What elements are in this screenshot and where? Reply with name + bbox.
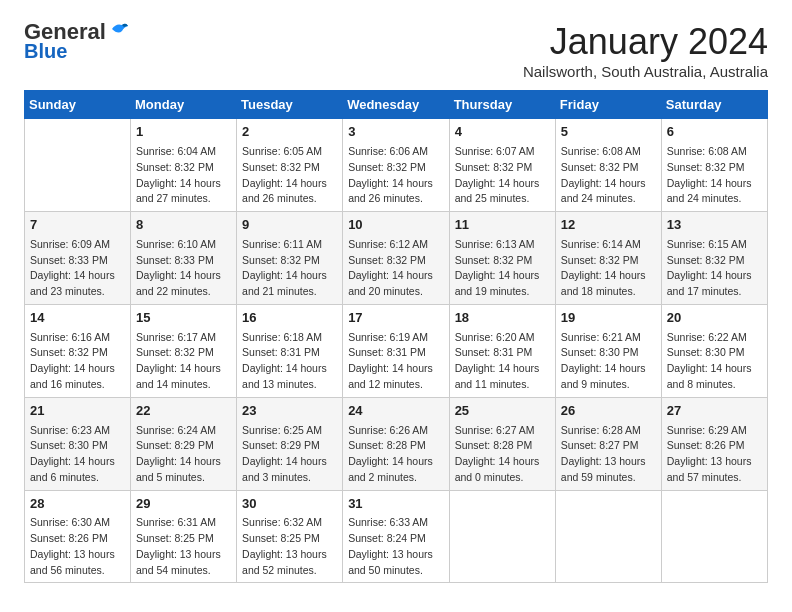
day-number: 2 xyxy=(242,123,337,142)
day-number: 5 xyxy=(561,123,656,142)
day-number: 9 xyxy=(242,216,337,235)
logo-bird-icon xyxy=(108,21,130,39)
calendar-cell xyxy=(661,490,767,583)
calendar-cell: 6Sunrise: 6:08 AM Sunset: 8:32 PM Daylig… xyxy=(661,119,767,212)
day-info: Sunrise: 6:18 AM Sunset: 8:31 PM Dayligh… xyxy=(242,330,337,393)
calendar-week-row: 28Sunrise: 6:30 AM Sunset: 8:26 PM Dayli… xyxy=(25,490,768,583)
calendar-cell xyxy=(555,490,661,583)
day-number: 23 xyxy=(242,402,337,421)
day-info: Sunrise: 6:12 AM Sunset: 8:32 PM Dayligh… xyxy=(348,237,443,300)
day-info: Sunrise: 6:19 AM Sunset: 8:31 PM Dayligh… xyxy=(348,330,443,393)
calendar-cell: 4Sunrise: 6:07 AM Sunset: 8:32 PM Daylig… xyxy=(449,119,555,212)
day-number: 31 xyxy=(348,495,443,514)
day-number: 22 xyxy=(136,402,231,421)
day-number: 4 xyxy=(455,123,550,142)
calendar-cell: 8Sunrise: 6:10 AM Sunset: 8:33 PM Daylig… xyxy=(131,212,237,305)
calendar-cell: 9Sunrise: 6:11 AM Sunset: 8:32 PM Daylig… xyxy=(237,212,343,305)
col-header-sunday: Sunday xyxy=(25,91,131,119)
calendar-cell: 23Sunrise: 6:25 AM Sunset: 8:29 PM Dayli… xyxy=(237,397,343,490)
day-info: Sunrise: 6:13 AM Sunset: 8:32 PM Dayligh… xyxy=(455,237,550,300)
day-number: 13 xyxy=(667,216,762,235)
col-header-thursday: Thursday xyxy=(449,91,555,119)
day-info: Sunrise: 6:21 AM Sunset: 8:30 PM Dayligh… xyxy=(561,330,656,393)
day-info: Sunrise: 6:09 AM Sunset: 8:33 PM Dayligh… xyxy=(30,237,125,300)
col-header-saturday: Saturday xyxy=(661,91,767,119)
calendar-week-row: 1Sunrise: 6:04 AM Sunset: 8:32 PM Daylig… xyxy=(25,119,768,212)
calendar-cell: 14Sunrise: 6:16 AM Sunset: 8:32 PM Dayli… xyxy=(25,304,131,397)
calendar-cell: 18Sunrise: 6:20 AM Sunset: 8:31 PM Dayli… xyxy=(449,304,555,397)
day-number: 20 xyxy=(667,309,762,328)
day-info: Sunrise: 6:22 AM Sunset: 8:30 PM Dayligh… xyxy=(667,330,762,393)
calendar-week-row: 7Sunrise: 6:09 AM Sunset: 8:33 PM Daylig… xyxy=(25,212,768,305)
day-number: 11 xyxy=(455,216,550,235)
day-info: Sunrise: 6:17 AM Sunset: 8:32 PM Dayligh… xyxy=(136,330,231,393)
day-info: Sunrise: 6:08 AM Sunset: 8:32 PM Dayligh… xyxy=(561,144,656,207)
day-info: Sunrise: 6:30 AM Sunset: 8:26 PM Dayligh… xyxy=(30,515,125,578)
day-number: 21 xyxy=(30,402,125,421)
day-number: 29 xyxy=(136,495,231,514)
day-info: Sunrise: 6:16 AM Sunset: 8:32 PM Dayligh… xyxy=(30,330,125,393)
calendar-cell: 22Sunrise: 6:24 AM Sunset: 8:29 PM Dayli… xyxy=(131,397,237,490)
calendar-title: January 2024 xyxy=(523,20,768,63)
day-info: Sunrise: 6:06 AM Sunset: 8:32 PM Dayligh… xyxy=(348,144,443,207)
day-number: 26 xyxy=(561,402,656,421)
calendar-cell: 1Sunrise: 6:04 AM Sunset: 8:32 PM Daylig… xyxy=(131,119,237,212)
calendar-cell: 26Sunrise: 6:28 AM Sunset: 8:27 PM Dayli… xyxy=(555,397,661,490)
calendar-cell: 16Sunrise: 6:18 AM Sunset: 8:31 PM Dayli… xyxy=(237,304,343,397)
day-number: 8 xyxy=(136,216,231,235)
col-header-monday: Monday xyxy=(131,91,237,119)
day-number: 10 xyxy=(348,216,443,235)
day-info: Sunrise: 6:33 AM Sunset: 8:24 PM Dayligh… xyxy=(348,515,443,578)
day-info: Sunrise: 6:04 AM Sunset: 8:32 PM Dayligh… xyxy=(136,144,231,207)
calendar-table: SundayMondayTuesdayWednesdayThursdayFrid… xyxy=(24,90,768,583)
day-number: 14 xyxy=(30,309,125,328)
col-header-wednesday: Wednesday xyxy=(343,91,449,119)
day-info: Sunrise: 6:23 AM Sunset: 8:30 PM Dayligh… xyxy=(30,423,125,486)
day-number: 25 xyxy=(455,402,550,421)
day-info: Sunrise: 6:15 AM Sunset: 8:32 PM Dayligh… xyxy=(667,237,762,300)
day-info: Sunrise: 6:29 AM Sunset: 8:26 PM Dayligh… xyxy=(667,423,762,486)
calendar-cell: 27Sunrise: 6:29 AM Sunset: 8:26 PM Dayli… xyxy=(661,397,767,490)
calendar-cell: 13Sunrise: 6:15 AM Sunset: 8:32 PM Dayli… xyxy=(661,212,767,305)
calendar-cell: 24Sunrise: 6:26 AM Sunset: 8:28 PM Dayli… xyxy=(343,397,449,490)
calendar-cell: 20Sunrise: 6:22 AM Sunset: 8:30 PM Dayli… xyxy=(661,304,767,397)
day-info: Sunrise: 6:05 AM Sunset: 8:32 PM Dayligh… xyxy=(242,144,337,207)
day-number: 3 xyxy=(348,123,443,142)
day-number: 1 xyxy=(136,123,231,142)
title-section: January 2024 Nailsworth, South Australia… xyxy=(523,20,768,80)
calendar-cell: 7Sunrise: 6:09 AM Sunset: 8:33 PM Daylig… xyxy=(25,212,131,305)
calendar-header-row: SundayMondayTuesdayWednesdayThursdayFrid… xyxy=(25,91,768,119)
day-number: 17 xyxy=(348,309,443,328)
day-info: Sunrise: 6:08 AM Sunset: 8:32 PM Dayligh… xyxy=(667,144,762,207)
calendar-cell: 25Sunrise: 6:27 AM Sunset: 8:28 PM Dayli… xyxy=(449,397,555,490)
page-header: General Blue January 2024 Nailsworth, So… xyxy=(24,20,768,80)
day-number: 16 xyxy=(242,309,337,328)
day-number: 19 xyxy=(561,309,656,328)
calendar-cell: 17Sunrise: 6:19 AM Sunset: 8:31 PM Dayli… xyxy=(343,304,449,397)
calendar-week-row: 14Sunrise: 6:16 AM Sunset: 8:32 PM Dayli… xyxy=(25,304,768,397)
col-header-friday: Friday xyxy=(555,91,661,119)
calendar-cell: 30Sunrise: 6:32 AM Sunset: 8:25 PM Dayli… xyxy=(237,490,343,583)
day-info: Sunrise: 6:25 AM Sunset: 8:29 PM Dayligh… xyxy=(242,423,337,486)
calendar-cell: 2Sunrise: 6:05 AM Sunset: 8:32 PM Daylig… xyxy=(237,119,343,212)
calendar-cell xyxy=(25,119,131,212)
calendar-cell: 21Sunrise: 6:23 AM Sunset: 8:30 PM Dayli… xyxy=(25,397,131,490)
day-number: 15 xyxy=(136,309,231,328)
day-info: Sunrise: 6:07 AM Sunset: 8:32 PM Dayligh… xyxy=(455,144,550,207)
day-number: 18 xyxy=(455,309,550,328)
calendar-cell: 29Sunrise: 6:31 AM Sunset: 8:25 PM Dayli… xyxy=(131,490,237,583)
day-number: 27 xyxy=(667,402,762,421)
logo: General Blue xyxy=(24,20,130,62)
calendar-cell: 12Sunrise: 6:14 AM Sunset: 8:32 PM Dayli… xyxy=(555,212,661,305)
day-number: 6 xyxy=(667,123,762,142)
day-info: Sunrise: 6:27 AM Sunset: 8:28 PM Dayligh… xyxy=(455,423,550,486)
col-header-tuesday: Tuesday xyxy=(237,91,343,119)
calendar-body: 1Sunrise: 6:04 AM Sunset: 8:32 PM Daylig… xyxy=(25,119,768,583)
day-number: 24 xyxy=(348,402,443,421)
day-number: 30 xyxy=(242,495,337,514)
logo-blue: Blue xyxy=(24,40,67,62)
day-info: Sunrise: 6:32 AM Sunset: 8:25 PM Dayligh… xyxy=(242,515,337,578)
calendar-subtitle: Nailsworth, South Australia, Australia xyxy=(523,63,768,80)
day-info: Sunrise: 6:14 AM Sunset: 8:32 PM Dayligh… xyxy=(561,237,656,300)
day-number: 7 xyxy=(30,216,125,235)
